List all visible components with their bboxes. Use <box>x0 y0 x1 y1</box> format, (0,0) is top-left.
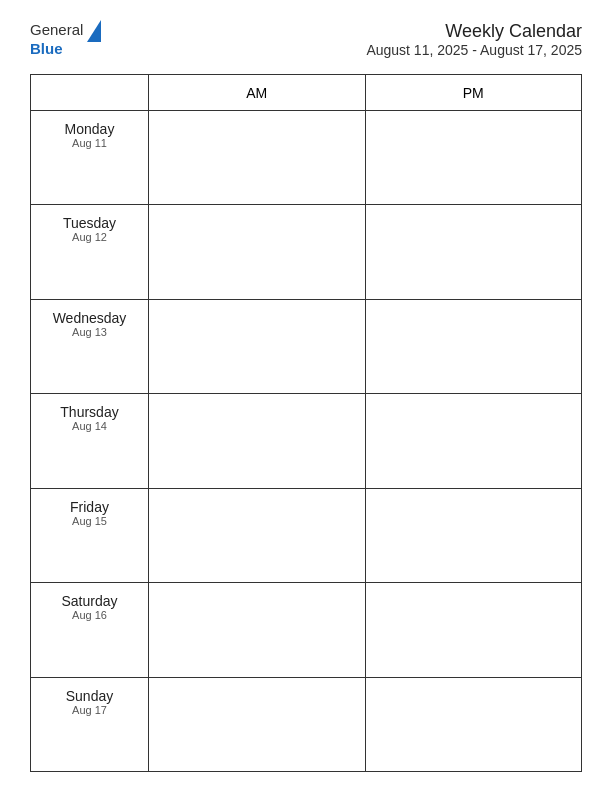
page-header: General Blue Weekly Calendar August 11, … <box>30 20 582 58</box>
day-cell: WednesdayAug 13 <box>31 299 149 393</box>
am-cell <box>149 677 366 771</box>
am-cell <box>149 205 366 299</box>
logo-general-text: General <box>30 21 83 39</box>
day-name: Wednesday <box>35 310 144 326</box>
logo-triangle-icon <box>87 20 101 42</box>
day-cell: ThursdayAug 14 <box>31 394 149 488</box>
day-date: Aug 16 <box>35 609 144 621</box>
pm-cell <box>365 488 582 582</box>
day-name: Tuesday <box>35 215 144 231</box>
day-date: Aug 13 <box>35 326 144 338</box>
day-name: Friday <box>35 499 144 515</box>
day-date: Aug 12 <box>35 231 144 243</box>
table-row: SundayAug 17 <box>31 677 582 771</box>
header-am: AM <box>149 75 366 111</box>
am-cell <box>149 488 366 582</box>
day-date: Aug 15 <box>35 515 144 527</box>
title-section: Weekly Calendar August 11, 2025 - August… <box>366 21 582 58</box>
day-name: Sunday <box>35 688 144 704</box>
am-cell <box>149 583 366 677</box>
logo: General Blue <box>30 20 101 58</box>
day-name: Saturday <box>35 593 144 609</box>
header-empty-cell <box>31 75 149 111</box>
day-name: Thursday <box>35 404 144 420</box>
table-row: WednesdayAug 13 <box>31 299 582 393</box>
calendar-title: Weekly Calendar <box>366 21 582 42</box>
day-name: Monday <box>35 121 144 137</box>
day-cell: TuesdayAug 12 <box>31 205 149 299</box>
day-cell: FridayAug 15 <box>31 488 149 582</box>
logo-blue-text: Blue <box>30 40 63 58</box>
table-row: TuesdayAug 12 <box>31 205 582 299</box>
header-pm: PM <box>365 75 582 111</box>
am-cell <box>149 111 366 205</box>
pm-cell <box>365 677 582 771</box>
day-date: Aug 17 <box>35 704 144 716</box>
day-date: Aug 11 <box>35 137 144 149</box>
table-row: MondayAug 11 <box>31 111 582 205</box>
table-row: FridayAug 15 <box>31 488 582 582</box>
calendar-table: AM PM MondayAug 11TuesdayAug 12Wednesday… <box>30 74 582 772</box>
day-date: Aug 14 <box>35 420 144 432</box>
pm-cell <box>365 299 582 393</box>
table-row: SaturdayAug 16 <box>31 583 582 677</box>
am-cell <box>149 299 366 393</box>
pm-cell <box>365 394 582 488</box>
table-row: ThursdayAug 14 <box>31 394 582 488</box>
calendar-dates: August 11, 2025 - August 17, 2025 <box>366 42 582 58</box>
day-cell: SundayAug 17 <box>31 677 149 771</box>
pm-cell <box>365 583 582 677</box>
day-cell: MondayAug 11 <box>31 111 149 205</box>
day-cell: SaturdayAug 16 <box>31 583 149 677</box>
am-cell <box>149 394 366 488</box>
pm-cell <box>365 205 582 299</box>
pm-cell <box>365 111 582 205</box>
